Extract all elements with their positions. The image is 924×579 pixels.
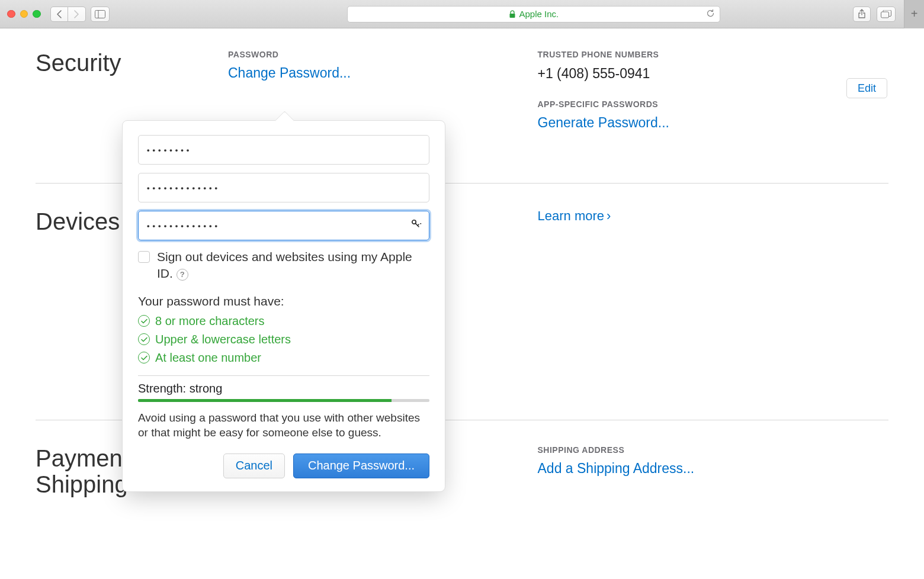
sidebar-button[interactable]: [91, 7, 110, 22]
add-shipping-link[interactable]: Add a Shipping Address...: [538, 461, 695, 477]
strength-meter: [138, 399, 429, 402]
shipping-label: SHIPPING ADDRESS: [538, 445, 836, 455]
browser-toolbar: Apple Inc. +: [0, 0, 924, 28]
generate-password-link[interactable]: Generate Password...: [538, 115, 669, 131]
divider: [138, 375, 429, 376]
edit-button[interactable]: Edit: [846, 78, 887, 98]
requirement-item: Upper & lowercase letters: [138, 333, 429, 346]
window-controls: [7, 10, 41, 18]
new-tab-button[interactable]: +: [904, 0, 924, 28]
new-password-input[interactable]: •••••••••••••: [138, 173, 429, 202]
minimize-window-button[interactable]: [20, 10, 28, 18]
current-password-input[interactable]: ••••••••: [138, 135, 429, 165]
change-password-popover: •••••••• ••••••••••••• ••••••••••••• Sig…: [122, 120, 445, 492]
help-icon[interactable]: ?: [177, 269, 188, 281]
share-button[interactable]: [853, 7, 871, 22]
change-password-link[interactable]: Change Password...: [228, 65, 351, 82]
confirm-password-input[interactable]: •••••••••••••: [138, 211, 429, 240]
address-bar[interactable]: Apple Inc.: [347, 6, 720, 22]
learn-more-link[interactable]: Learn more: [538, 208, 611, 224]
password-label: PASSWORD: [228, 50, 526, 59]
strength-label: Strength: strong: [138, 382, 429, 395]
check-circle-icon: [138, 315, 150, 327]
password-advice: Avoid using a password that you use with…: [138, 410, 429, 440]
svg-rect-3: [881, 12, 888, 18]
tabs-button[interactable]: [877, 7, 896, 22]
signout-devices-label: Sign out devices and websites using my A…: [157, 249, 429, 282]
back-button[interactable]: [50, 7, 68, 22]
app-specific-label: APP-SPECIFIC PASSWORDS: [538, 99, 836, 109]
reload-button[interactable]: [706, 9, 715, 20]
check-circle-icon: [138, 352, 150, 364]
svg-rect-2: [510, 14, 515, 18]
check-circle-icon: [138, 333, 150, 345]
forward-button[interactable]: [68, 7, 86, 22]
change-password-button[interactable]: Change Password...: [293, 453, 429, 478]
requirements-title: Your password must have:: [138, 294, 429, 308]
close-window-button[interactable]: [7, 10, 15, 18]
svg-rect-0: [95, 10, 105, 18]
cancel-button[interactable]: Cancel: [223, 453, 285, 478]
requirement-item: 8 or more characters: [138, 314, 429, 328]
requirement-item: At least one number: [138, 351, 429, 365]
site-name: Apple Inc.: [519, 9, 559, 19]
trusted-phone-label: TRUSTED PHONE NUMBERS: [538, 50, 836, 59]
trusted-phone-value: +1 (408) 555-0941: [538, 65, 836, 83]
fullscreen-window-button[interactable]: [33, 10, 41, 18]
lock-icon: [509, 10, 516, 18]
signout-devices-checkbox[interactable]: [138, 251, 150, 263]
keychain-icon[interactable]: [411, 218, 422, 233]
